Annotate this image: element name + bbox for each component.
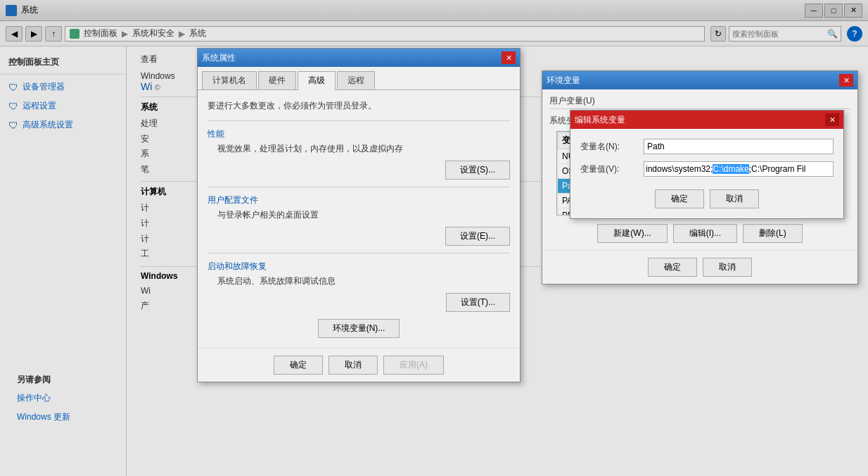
edit-system-variable-dialog: 编辑系统变量 ✕ 变量名(N): 变量值(V): indows\system32… — [570, 110, 844, 219]
editvar-buttons: 确定 取消 — [580, 184, 834, 208]
startup-settings-button[interactable]: 设置(T)... — [446, 293, 510, 312]
envvar-ok-button[interactable]: 确定 — [648, 258, 697, 277]
tab-remote[interactable]: 远程 — [337, 71, 375, 89]
sys-new-button[interactable]: 新建(W)... — [597, 224, 667, 243]
tab-advanced[interactable]: 高级 — [298, 71, 336, 90]
var-name-label: 变量名(N): — [580, 141, 637, 153]
sysprop-content: 要进行大多数更改，你必须作为管理员登录。 性能 视觉效果，处理器计划，内存使用，… — [198, 90, 520, 348]
envvar-title: 环境变量 — [547, 75, 580, 87]
system-properties-dialog: 系统属性 ✕ 计算机名 硬件 高级 远程 要进行大多数更改，你必须作为管理员登录… — [197, 48, 521, 382]
dialog-overlay: 系统属性 ✕ 计算机名 硬件 高级 远程 要进行大多数更改，你必须作为管理员登录… — [0, 0, 868, 476]
sys-edit-button[interactable]: 编辑(I)... — [673, 224, 737, 243]
performance-label: 性能 — [208, 128, 510, 140]
var-name-input[interactable] — [644, 139, 834, 154]
tab-hardware[interactable]: 硬件 — [258, 71, 296, 89]
tab-computer-name[interactable]: 计算机名 — [202, 71, 257, 89]
editvar-cancel-button[interactable]: 取消 — [710, 189, 759, 208]
value-highlighted: C:\dmake — [713, 164, 748, 174]
editvar-title-bar: 编辑系统变量 ✕ — [570, 111, 843, 129]
var-value-input[interactable]: indows\system32;C:\dmake;C:\Program Fil — [644, 161, 834, 177]
value-suffix: ;C:\Program Fil — [749, 164, 806, 174]
userprofile-settings-button[interactable]: 设置(E)... — [445, 227, 510, 246]
editvar-content: 变量名(N): 变量值(V): indows\system32;C:\dmake… — [570, 129, 843, 218]
value-prefix: indows\system32; — [646, 164, 713, 174]
admin-note: 要进行大多数更改，你必须作为管理员登录。 — [208, 100, 510, 112]
userprofile-desc: 与登录帐户相关的桌面设置 — [217, 209, 510, 221]
envvar-cancel-button[interactable]: 取消 — [703, 258, 752, 277]
env-variables-button[interactable]: 环境变量(N)... — [318, 319, 400, 338]
envvar-title-bar: 环境变量 ✕ — [542, 71, 857, 89]
var-value-label: 变量值(V): — [580, 163, 637, 175]
sys-vars-buttons: 新建(W)... 编辑(I)... 删除(L) — [549, 220, 850, 247]
var-value-row: 变量值(V): indows\system32;C:\dmake;C:\Prog… — [580, 161, 834, 177]
performance-desc: 视觉效果，处理器计划，内存使用，以及虚拟内存 — [217, 143, 510, 155]
sysprop-cancel-button[interactable]: 取消 — [328, 356, 378, 375]
editvar-title: 编辑系统变量 — [575, 114, 625, 126]
sysprop-title-bar: 系统属性 ✕ — [198, 49, 520, 67]
user-section-bar: 用户变量(U) — [549, 95, 850, 109]
sysprop-apply-button[interactable]: 应用(A) — [383, 356, 444, 375]
startup-desc: 系统启动、系统故障和调试信息 — [217, 275, 510, 287]
performance-settings-button[interactable]: 设置(S)... — [445, 161, 510, 180]
sys-delete-button[interactable]: 删除(L) — [743, 224, 803, 243]
editvar-close-button[interactable]: ✕ — [825, 113, 839, 126]
envvar-bottom-bar: 确定 取消 — [542, 250, 857, 284]
tab-bar: 计算机名 硬件 高级 远程 — [198, 67, 520, 90]
startup-label: 启动和故障恢复 — [208, 261, 510, 273]
editvar-ok-button[interactable]: 确定 — [655, 189, 704, 208]
sysprop-ok-button[interactable]: 确定 — [274, 356, 323, 375]
var-name-row: 变量名(N): — [580, 139, 834, 154]
sysprop-bottom-bar: 确定 取消 应用(A) — [198, 348, 520, 382]
sysprop-close-button[interactable]: ✕ — [502, 51, 516, 64]
sysprop-title: 系统属性 — [202, 52, 236, 64]
envvar-close-button[interactable]: ✕ — [839, 74, 853, 87]
userprofile-label: 用户配置文件 — [208, 194, 510, 206]
